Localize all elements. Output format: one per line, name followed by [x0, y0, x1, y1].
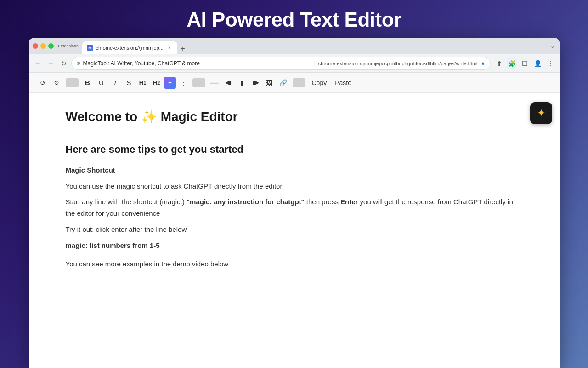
bold-button[interactable]: B	[81, 76, 94, 90]
editor-toolbar: ↺ ↻ B U I S H1 H2 ✦ ⋮ — ◀▮ ▮ ▮▶ 🖼 🔗 Copy…	[29, 73, 560, 93]
browser-toolbar-icons: ⬆ 🧩 ☐ 👤 ⋮	[494, 58, 556, 69]
tab-close-button[interactable]: ×	[166, 45, 173, 51]
address-bar[interactable]: ⊕ MagicTool: AI Writer, Youtube, ChatGPT…	[71, 57, 491, 70]
strikethrough-button[interactable]: S	[123, 76, 136, 90]
full-url: chrome-extension://jmnmjepccpimlbdphgnhf…	[318, 61, 478, 66]
undo-button[interactable]: ↺	[36, 76, 49, 90]
browser-window: Extensions M chrome-extension://jmnmjep.…	[29, 38, 560, 368]
text-cursor	[66, 276, 66, 284]
tab-title: chrome-extension://jmnmjep...	[96, 45, 164, 51]
italic-button[interactable]: I	[109, 76, 122, 90]
traffic-light-yellow[interactable]	[40, 43, 46, 49]
forward-button[interactable]: →	[45, 58, 57, 69]
traffic-light-green[interactable]	[48, 43, 54, 49]
magic-float-button[interactable]: ✦	[530, 102, 552, 124]
redo-button[interactable]: ↻	[50, 76, 63, 90]
tab-right-controls: ⌄	[549, 43, 556, 49]
underline-button[interactable]: U	[95, 76, 108, 90]
back-button[interactable]: ←	[33, 58, 44, 69]
editor-content[interactable]: ✦ Welcome to ✨ Magic Editor Here are som…	[29, 93, 560, 368]
block-button[interactable]: ▮	[236, 76, 249, 90]
magic-shortcut-desc2: Start any line with the shortcut (magic:…	[66, 196, 523, 219]
cursor-paragraph	[66, 275, 523, 286]
extensions-label: Extensions	[58, 44, 79, 48]
toolbar-divider-2	[192, 78, 205, 87]
app-title: AI Powered Text Editor	[0, 8, 588, 31]
traffic-lights	[33, 43, 54, 49]
reload-button[interactable]: ↻	[58, 58, 69, 69]
magic-command: magic: list numbers from 1-5	[66, 240, 523, 252]
url-separator: |	[314, 60, 316, 67]
magic-shortcut-title: Magic Shortcut	[66, 165, 523, 176]
new-tab-button[interactable]: +	[177, 43, 188, 54]
account-icon[interactable]: ☐	[520, 58, 530, 69]
bookmark-icon[interactable]: ★	[481, 60, 486, 67]
magic-shortcut-section: Magic Shortcut You can use the magic sho…	[66, 165, 523, 252]
right-block-button[interactable]: ▮▶	[249, 76, 262, 90]
tab-favicon: M	[87, 45, 93, 51]
editor-main-heading: Welcome to ✨ Magic Editor	[66, 107, 523, 127]
hr-button[interactable]: —	[208, 76, 221, 90]
image-button[interactable]: 🖼	[263, 76, 276, 90]
h1-button[interactable]: H1	[136, 76, 149, 90]
paste-button[interactable]: Paste	[331, 76, 355, 90]
link-button[interactable]: 🔗	[277, 76, 290, 90]
more-options-button[interactable]: ⋮	[177, 76, 190, 90]
para2-mid: then press	[305, 198, 340, 206]
share-icon[interactable]: ⬆	[494, 58, 504, 69]
magic-toolbar-button[interactable]: ✦	[164, 77, 176, 89]
copy-button[interactable]: Copy	[308, 76, 331, 90]
h2-button[interactable]: H2	[150, 76, 163, 90]
para2-start: Start any line with the shortcut (magic:…	[66, 198, 187, 206]
left-block-button[interactable]: ◀▮	[222, 76, 235, 90]
profile-icon[interactable]: 👤	[533, 58, 543, 69]
para2-enter: Enter	[340, 198, 358, 206]
active-tab[interactable]: M chrome-extension://jmnmjep... ×	[82, 41, 177, 54]
toolbar-divider-1	[66, 78, 79, 87]
try-it-out: Try it out: click enter after the line b…	[66, 224, 523, 236]
more-icon[interactable]: ⋮	[546, 58, 556, 69]
lock-icon: ⊕	[76, 60, 80, 66]
demo-video-text: You can see more examples in the demo vi…	[66, 259, 523, 270]
toolbar-divider-3	[293, 78, 305, 87]
editor-subheading: Here are some tips to get you started	[66, 141, 523, 157]
tab-bar: M chrome-extension://jmnmjep... × +	[82, 38, 548, 54]
extensions-icon[interactable]: 🧩	[507, 58, 517, 69]
app-title-bar: AI Powered Text Editor	[0, 0, 588, 38]
site-name: MagicTool: AI Writer, Youtube, ChatGPT &…	[83, 60, 311, 67]
minimize-icon[interactable]: ⌄	[549, 43, 556, 49]
magic-shortcut-desc1: You can use the magic shortcut to ask Ch…	[66, 181, 523, 192]
chrome-topbar: Extensions M chrome-extension://jmnmjep.…	[29, 38, 560, 54]
para2-bold: "magic: any instruction for chatgpt"	[187, 198, 305, 206]
magic-shortcut-underline: Magic Shortcut	[66, 166, 115, 174]
sparkle-icon: ✦	[537, 105, 545, 121]
address-bar-row: ← → ↻ ⊕ MagicTool: AI Writer, Youtube, C…	[29, 54, 560, 73]
traffic-light-red[interactable]	[33, 43, 38, 49]
